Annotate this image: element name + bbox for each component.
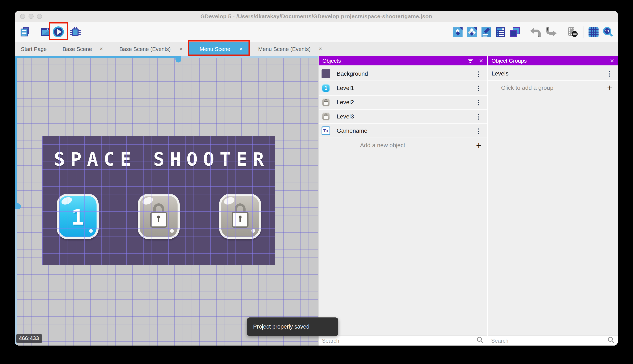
cursor-coordinates: 466;433 (16, 334, 42, 343)
zoom-label: 1:1 (605, 29, 609, 33)
scene-editor-canvas[interactable]: SPACE SHOOTER 1 (15, 56, 318, 346)
search-icon[interactable] (607, 336, 614, 345)
tab-close-icon[interactable]: ✕ (100, 46, 103, 52)
object-row-level3[interactable]: Level3 ⋮ (319, 110, 487, 123)
debug-button[interactable] (69, 26, 81, 37)
minimize-window-button[interactable] (29, 14, 34, 19)
object-row-level2[interactable]: Level2 ⋮ (319, 96, 487, 109)
lock-icon (231, 204, 249, 228)
level1-number: 1 (59, 205, 97, 230)
button-highlight-dot (251, 229, 255, 233)
level1-button-sprite[interactable]: 1 (57, 194, 99, 239)
close-window-button[interactable] (20, 14, 25, 19)
objects-panel: Objects ✕ Background ⋮ 1 Level1 (318, 56, 487, 346)
kebab-menu-icon[interactable]: ⋮ (475, 99, 481, 106)
traffic-lights (20, 14, 42, 19)
add-group-label: Click to add a group (488, 84, 618, 91)
object-row-background[interactable]: Background ⋮ (319, 67, 487, 80)
main-content: SPACE SHOOTER 1 (15, 56, 618, 346)
tab-label: Base Scene (63, 46, 92, 52)
group-name: Levels (492, 70, 509, 77)
add-object-label: Add a new object (319, 142, 487, 149)
close-icon[interactable]: ✕ (610, 58, 614, 63)
scene-title-text[interactable]: SPACE SHOOTER (42, 148, 281, 170)
toggle-window-mask-icon[interactable] (566, 26, 579, 38)
filter-icon[interactable] (468, 59, 473, 63)
kebab-menu-icon[interactable]: ⋮ (606, 70, 612, 77)
background-object-icon (322, 70, 330, 78)
text-object-icon: Tx (322, 126, 330, 135)
tab-base-scene[interactable]: Base Scene ✕ (53, 42, 109, 56)
add-object-row[interactable]: Add a new object + (319, 138, 487, 152)
level1-object-icon: 1 (322, 84, 330, 92)
horizontal-scrollbar[interactable] (15, 56, 318, 58)
plus-icon[interactable]: + (476, 141, 481, 150)
button-highlight-dot (89, 229, 93, 233)
groups-search-bar (488, 336, 618, 346)
save-toast: Project properly saved (247, 318, 338, 336)
right-toolbar: 1:1 (452, 26, 614, 38)
annotation-box-menu-scene-tab (188, 40, 250, 56)
tab-base-scene-events[interactable]: Base Scene (Events) ✕ (109, 42, 189, 56)
object-groups-panel: Object Groups ✕ Levels ⋮ Click to add a … (488, 56, 618, 346)
vertical-scrollbar-thumb[interactable] (15, 204, 21, 209)
groups-panel-header: Object Groups ✕ (488, 56, 618, 66)
maximize-window-button[interactable] (37, 14, 42, 19)
groups-list: Levels ⋮ Click to add a group + (488, 66, 618, 336)
grid-icon[interactable] (588, 26, 599, 38)
tab-start-page[interactable]: Start Page (15, 42, 53, 56)
kebab-menu-icon[interactable]: ⋮ (475, 84, 481, 92)
level3-button-sprite[interactable] (219, 194, 261, 239)
add-group-row[interactable]: Click to add a group + (488, 81, 618, 95)
scene-background[interactable]: SPACE SHOOTER 1 (42, 136, 275, 265)
button-gloss (61, 196, 73, 206)
kebab-menu-icon[interactable]: ⋮ (475, 113, 481, 120)
object-row-gamename[interactable]: Tx Gamename ⋮ (319, 124, 487, 138)
tab-label: Base Scene (Events) (119, 46, 171, 52)
search-icon[interactable] (476, 336, 484, 345)
vertical-scrollbar[interactable] (15, 56, 17, 346)
groups-panel-title: Object Groups (492, 58, 527, 64)
properties-panel-icon[interactable] (481, 26, 492, 38)
object-name: Level1 (337, 85, 354, 92)
tab-label: Start Page (21, 46, 47, 52)
layers-panel-icon[interactable] (509, 26, 520, 38)
objects-list: Background ⋮ 1 Level1 ⋮ Level2 ⋮ (319, 66, 487, 336)
objects-panel-title: Objects (322, 58, 341, 64)
instances-list-icon[interactable] (495, 26, 506, 38)
tab-close-icon[interactable]: ✕ (319, 46, 322, 52)
toolbar-separator (583, 26, 583, 38)
object-name: Background (337, 70, 368, 77)
object-name: Gamename (337, 128, 367, 134)
lock-icon (149, 204, 168, 228)
titlebar: GDevelop 5 - /Users/dkarakay/Documents/G… (15, 11, 618, 22)
lock-object-icon (322, 112, 330, 121)
objects-search-input[interactable] (322, 338, 476, 344)
redo-icon[interactable] (545, 26, 557, 38)
kebab-menu-icon[interactable]: ⋮ (475, 70, 481, 78)
group-row-levels[interactable]: Levels ⋮ (488, 67, 618, 80)
objects-search-bar (319, 336, 487, 346)
kebab-menu-icon[interactable]: ⋮ (475, 127, 481, 134)
tab-label: Menu Scene (Events) (258, 46, 311, 52)
object-name: Level2 (337, 99, 354, 106)
toast-message: Project properly saved (253, 324, 309, 330)
lock-object-icon (322, 98, 330, 107)
object-row-level1[interactable]: 1 Level1 ⋮ (319, 81, 487, 95)
objects-panel-icon[interactable] (452, 26, 463, 38)
plus-icon[interactable]: + (607, 83, 612, 92)
annotation-box-play-button (49, 22, 68, 40)
tab-close-icon[interactable]: ✕ (179, 46, 183, 52)
object-groups-panel-icon[interactable] (466, 26, 478, 38)
zoom-1-1-icon[interactable]: 1:1 (602, 26, 614, 38)
horizontal-scrollbar-thumb[interactable] (175, 56, 181, 62)
undo-icon[interactable] (529, 26, 542, 38)
project-manager-icon[interactable] (20, 26, 31, 37)
groups-search-input[interactable] (491, 338, 607, 344)
objects-panel-header: Objects ✕ (319, 56, 487, 66)
level2-button-sprite[interactable] (138, 194, 180, 239)
gdevelop-window: GDevelop 5 - /Users/dkarakay/Documents/G… (15, 11, 618, 346)
tab-menu-scene-events[interactable]: Menu Scene (Events) ✕ (248, 42, 328, 56)
object-name: Level3 (337, 113, 354, 120)
close-icon[interactable]: ✕ (479, 58, 483, 63)
